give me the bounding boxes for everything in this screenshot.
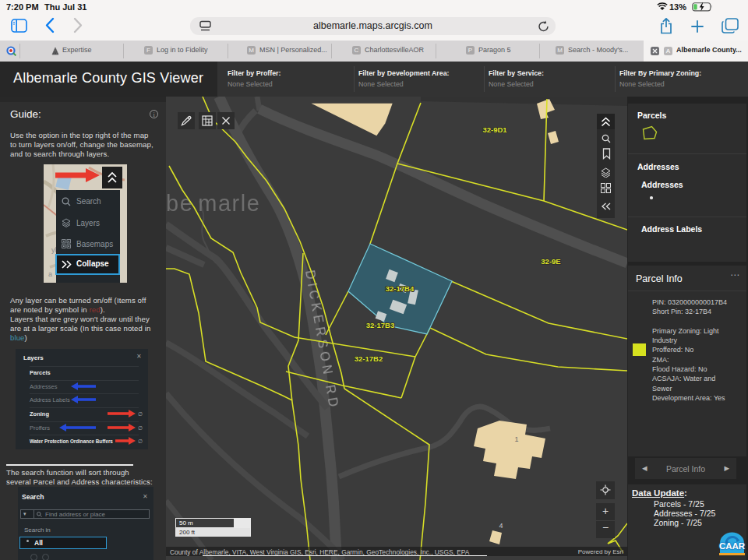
svg-text:bemarle: bemarle bbox=[166, 191, 260, 216]
svg-text:32-17B2: 32-17B2 bbox=[355, 354, 383, 363]
svg-text:a: a bbox=[48, 270, 52, 278]
svg-text:1: 1 bbox=[514, 435, 518, 443]
svg-text:32-9E: 32-9E bbox=[541, 257, 560, 266]
svg-text:32-17B3: 32-17B3 bbox=[366, 321, 394, 329]
svg-text:32-17B4: 32-17B4 bbox=[386, 284, 415, 293]
svg-text:32-9D1: 32-9D1 bbox=[482, 125, 507, 134]
svg-text:4: 4 bbox=[499, 522, 503, 530]
